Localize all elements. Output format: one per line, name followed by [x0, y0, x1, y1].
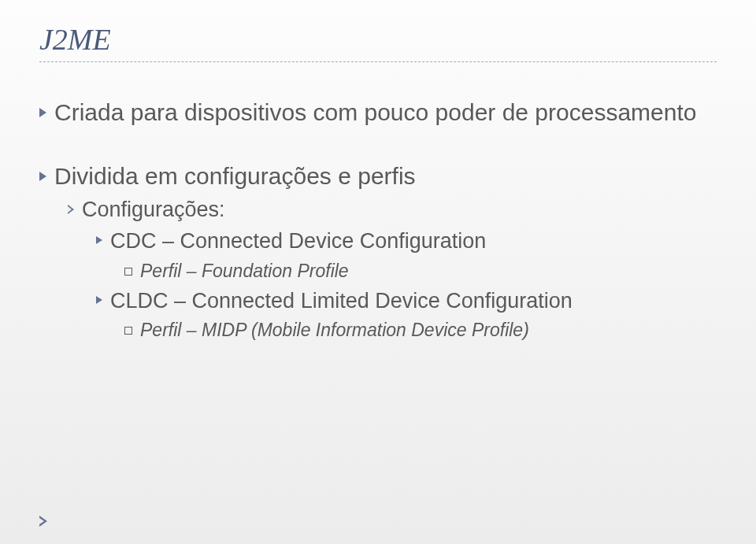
bullet-text: Perfil – MIDP (Mobile Information Device…	[140, 318, 529, 342]
bullet-level3: CDC – Connected Device Configuration	[96, 227, 717, 255]
bullet-text: Configurações:	[82, 195, 225, 224]
bullet-text: CDC – Connected Device Configuration	[110, 227, 486, 255]
bullet-text: Criada para dispositivos com pouco poder…	[54, 97, 696, 129]
bullet-text: Perfil – Foundation Profile	[140, 259, 349, 283]
slide-title: J2ME	[39, 22, 717, 57]
square-icon	[124, 268, 132, 276]
bullet-text: Dividida em configurações e perfis	[54, 161, 416, 193]
bullet-level4: Perfil – MIDP (Mobile Information Device…	[124, 318, 717, 342]
arrow-right-icon	[96, 236, 102, 244]
bullet-text: CLDC – Connected Limited Device Configur…	[110, 287, 573, 315]
square-icon	[124, 327, 132, 335]
arrow-right-icon	[39, 108, 46, 117]
arrow-right-icon	[39, 516, 47, 527]
bullet-level2: Configurações:	[68, 195, 717, 224]
title-divider	[39, 61, 717, 62]
bullet-level3: CLDC – Connected Limited Device Configur…	[96, 287, 717, 315]
bullet-level4: Perfil – Foundation Profile	[124, 259, 717, 283]
arrow-right-icon	[68, 205, 74, 214]
bullet-level1: Criada para dispositivos com pouco poder…	[39, 97, 717, 129]
arrow-right-icon	[39, 172, 46, 181]
bullet-level1: Dividida em configurações e perfis	[39, 161, 717, 193]
arrow-right-icon	[96, 296, 102, 304]
